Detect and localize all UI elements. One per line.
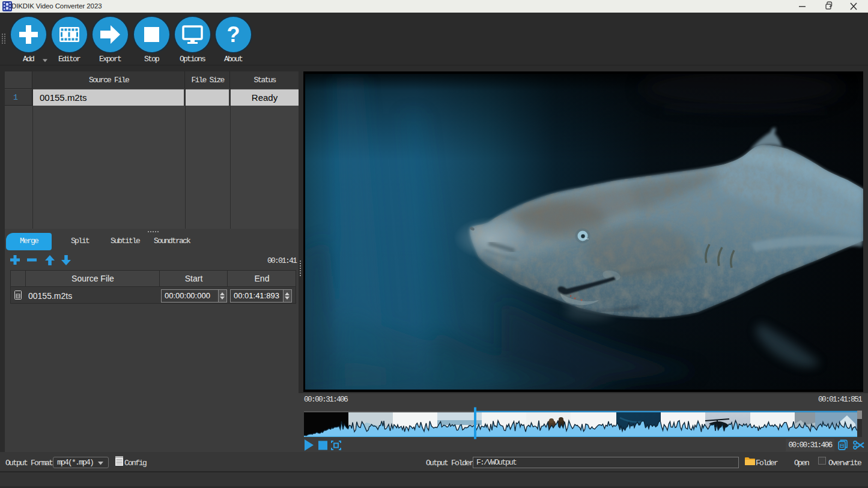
svg-text:?: ? — [226, 22, 240, 47]
